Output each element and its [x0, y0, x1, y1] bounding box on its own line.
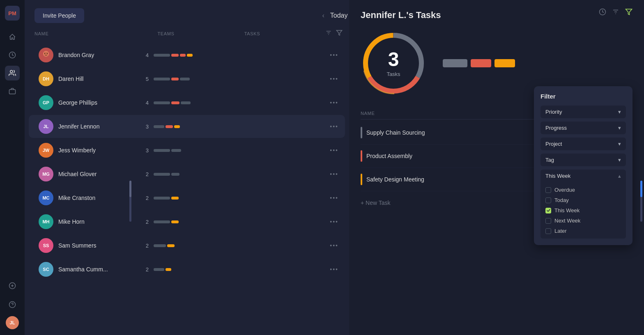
later-checkbox[interactable] [545, 228, 551, 234]
task-progress-bars [154, 173, 330, 176]
more-options-button[interactable]: ••• [330, 52, 338, 58]
task-progress-bars [154, 54, 330, 57]
sidebar-item-people[interactable] [5, 66, 20, 80]
list-item[interactable]: MHMike Horn2••• [29, 210, 345, 233]
task-progress-bars [154, 78, 330, 80]
priority-filter-select[interactable]: Priority ▾ [540, 106, 626, 118]
person-name: Samantha Cumm... [58, 266, 132, 273]
project-filter-select[interactable]: Project ▾ [540, 138, 626, 150]
more-options-button[interactable]: ••• [330, 171, 338, 177]
invite-people-button[interactable]: Invite People [34, 8, 84, 23]
filter-option-this-week[interactable]: This Week [544, 205, 623, 216]
app-logo: PM [5, 6, 20, 21]
sidebar-item-timeline[interactable] [5, 48, 20, 62]
overdue-checkbox[interactable] [545, 187, 551, 193]
task-count: 2 [132, 195, 149, 201]
avatar: GP [39, 95, 53, 110]
user-avatar[interactable]: JL [6, 316, 19, 329]
more-options-button[interactable]: ••• [330, 147, 338, 154]
detail-title: Jennifer L.'s Tasks [361, 10, 632, 21]
list-item[interactable]: JLJennifer Lennon3••• [29, 115, 345, 138]
svg-marker-25 [626, 9, 632, 15]
timeline-icon[interactable] [599, 8, 606, 17]
avatar: MG [39, 167, 53, 181]
task-name: Supply Chain Sourcing [366, 129, 550, 136]
priority-chevron: ▾ [618, 109, 621, 115]
list-item[interactable]: MGMichael Glover2••• [29, 163, 345, 186]
list-item[interactable]: Brandon Gray4••• [29, 44, 345, 67]
filter-option-today[interactable]: Today [544, 195, 623, 205]
avatar: SC [39, 262, 53, 277]
list-item[interactable]: DHDaren Hill5••• [29, 67, 345, 90]
scrollbar-track[interactable] [129, 181, 131, 222]
tag-label: Tag [545, 157, 554, 163]
this-week-checkbox[interactable] [545, 208, 551, 213]
list-item[interactable]: MCMike Cranston2••• [29, 186, 345, 209]
task-accent [361, 127, 362, 138]
project-label: Project [545, 141, 562, 147]
list-item[interactable]: SCSamantha Cumm...2••• [29, 258, 345, 281]
task-name: Safety Design Meeting [366, 176, 550, 183]
person-name: Brandon Gray [58, 52, 132, 58]
task-count: 2 [132, 243, 149, 249]
svg-point-1 [10, 70, 13, 73]
date-filter-header[interactable]: This Week ▴ [540, 170, 626, 182]
sidebar-item-projects[interactable] [5, 84, 20, 99]
project-chevron: ▾ [618, 141, 621, 147]
detail-scrollbar-thumb[interactable] [640, 181, 642, 197]
more-options-button[interactable]: ••• [330, 76, 338, 82]
date-filter-options: Overdue Today This Week Next Week [540, 182, 626, 239]
progress-filter-select[interactable]: Progress ▾ [540, 122, 626, 134]
avatar: MC [39, 190, 53, 205]
date-filter-selected: This Week [545, 173, 570, 179]
more-options-button[interactable]: ••• [330, 99, 338, 106]
list-item[interactable]: GPGeorge Phillips4••• [29, 91, 345, 114]
legend-bar-gray [443, 59, 467, 67]
task-count: 4 [132, 100, 149, 106]
overdue-label: Overdue [554, 187, 575, 193]
sidebar-item-add[interactable] [5, 278, 20, 293]
more-options-button[interactable]: ••• [330, 123, 338, 130]
task-count: 5 [132, 76, 149, 82]
current-date-label: Today [330, 12, 348, 19]
tag-filter-select[interactable]: Tag ▾ [540, 154, 626, 166]
settings-icon[interactable] [612, 8, 619, 17]
filter-option-later[interactable]: Later [544, 226, 623, 236]
avatar: JL [39, 119, 53, 134]
filter-option-overdue[interactable]: Overdue [544, 185, 623, 195]
person-name: Sam Summers [58, 242, 132, 249]
sidebar-item-home[interactable] [5, 30, 20, 44]
person-name: Jennifer Lennon [58, 123, 132, 130]
filter-panel: Filter Priority ▾ Progress ▾ Project ▾ T… [534, 86, 632, 245]
task-count: 2 [132, 171, 149, 177]
more-options-button[interactable]: ••• [330, 218, 338, 225]
task-count: 2 [132, 219, 149, 225]
list-item[interactable]: JWJess Wimberly3••• [29, 139, 345, 162]
filter-icon[interactable] [336, 30, 343, 37]
avatar: DH [39, 71, 53, 86]
more-options-button[interactable]: ••• [330, 242, 338, 249]
date-filter-chevron: ▴ [618, 173, 621, 179]
scrollbar-thumb[interactable] [129, 181, 131, 197]
progress-chevron: ▾ [618, 125, 621, 131]
tag-chevron: ▾ [618, 157, 621, 163]
today-checkbox[interactable] [545, 197, 551, 203]
task-col-name: NAME [361, 111, 550, 116]
sidebar-item-help[interactable] [5, 297, 20, 312]
filter-settings-icon[interactable] [325, 30, 332, 37]
avatar: MH [39, 214, 53, 229]
detail-scrollbar-track[interactable] [640, 181, 642, 222]
task-count-label: Tasks [386, 71, 400, 77]
more-options-button[interactable]: ••• [330, 266, 338, 273]
more-options-button[interactable]: ••• [330, 195, 338, 201]
prev-date-button[interactable]: ‹ [322, 12, 324, 19]
active-filter-icon[interactable] [625, 8, 632, 17]
date-filter-dropdown: This Week ▴ Overdue Today This Week [540, 170, 626, 239]
filter-option-next-week[interactable]: Next Week [544, 216, 623, 226]
this-week-label: This Week [554, 207, 580, 213]
person-name: George Phillips [58, 99, 132, 106]
next-week-checkbox[interactable] [545, 218, 551, 224]
col-header-name: NAME [34, 31, 133, 36]
person-name: Mike Horn [58, 218, 132, 225]
list-item[interactable]: SSSam Summers2••• [29, 234, 345, 257]
